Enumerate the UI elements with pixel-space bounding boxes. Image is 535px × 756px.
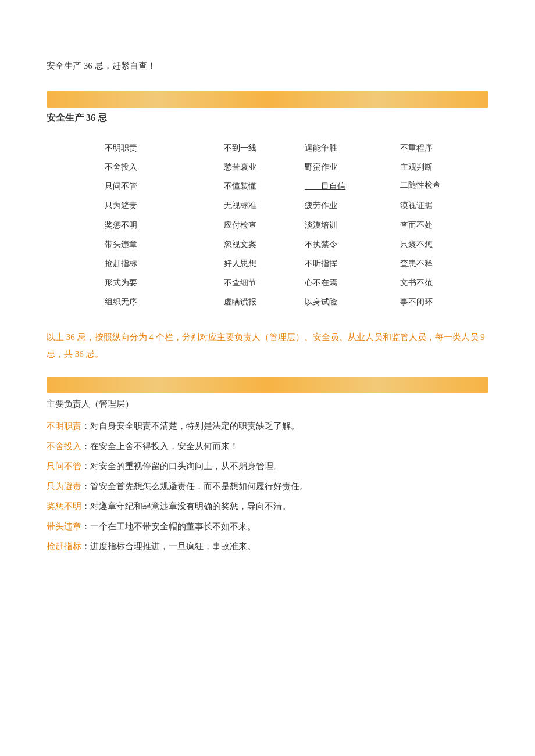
grid-cell-4-2: 淡漠培训: [298, 216, 393, 235]
grid-cell-5-0: 带头违章: [47, 235, 217, 254]
grid-cell-6-3: 查患不释: [393, 254, 488, 273]
item-key-1: 不舍投入: [47, 442, 81, 451]
item-line-1: 不舍投入：在安全上舍不得投入，安全从何而来！: [47, 438, 488, 455]
item-key-2: 只问不管: [47, 461, 81, 471]
summary-text: 以上 36 忌，按照纵向分为 4 个栏，分别对应主要负责人（管理层）、安全员、从…: [47, 329, 488, 362]
grid-cell-4-0: 奖惩不明: [47, 216, 217, 235]
item-line-2: 只问不管：对安全的重视停留的口头询问上，从不躬身管理。: [47, 458, 488, 475]
grid-cell-0-0: 不明职责: [47, 138, 217, 157]
item-desc-6: ：进度指标合理推进，一旦疯狂，事故准来。: [81, 542, 256, 551]
grid-cell-4-3: 查而不处: [393, 216, 488, 235]
grid-cell-3-2: 疲劳作业: [298, 196, 393, 215]
grid-cell-8-3: 事不闭环: [393, 292, 488, 311]
grid-cell-8-2: 以身试险: [298, 292, 393, 311]
grid-cell-1-2: 野蛮作业: [298, 157, 393, 177]
grid-cell-1-3: 主观判断: [393, 157, 488, 177]
items-container: 不明职责：对自身安全职责不清楚，特别是法定的职责缺乏了解。不舍投入：在安全上舍不…: [47, 418, 488, 555]
grid-cell-6-1: 好人思想: [217, 254, 298, 273]
grid-cell-2-1: 不懂装懂: [217, 177, 298, 196]
item-line-0: 不明职责：对自身安全职责不清楚，特别是法定的职责缺乏了解。: [47, 418, 488, 435]
grid-cell-4-1: 应付检查: [217, 216, 298, 235]
banner-1: [47, 91, 488, 108]
grid-cell-5-3: 只褒不惩: [393, 235, 488, 254]
grid-cell-0-3: 不重程序: [393, 138, 488, 157]
item-key-3: 只为避责: [47, 482, 81, 491]
banner-2: [47, 377, 488, 393]
item-desc-5: ：一个在工地不带安全帽的董事长不如不来。: [81, 522, 256, 531]
item-desc-2: ：对安全的重视停留的口头询问上，从不躬身管理。: [81, 461, 282, 471]
grid-cell-3-0: 只为避责: [47, 196, 217, 215]
item-line-6: 抢赶指标：进度指标合理推进，一旦疯狂，事故准来。: [47, 538, 488, 555]
grid-cell-6-2: 不听指挥: [298, 254, 393, 273]
item-line-5: 带头违章：一个在工地不带安全帽的董事长不如不来。: [47, 518, 488, 535]
item-key-6: 抢赶指标: [47, 542, 81, 551]
grid-cell-2-0: 只问不管: [47, 177, 217, 196]
item-line-3: 只为避责：管安全首先想怎么规避责任，而不是想如何履行好责任。: [47, 478, 488, 495]
item-key-5: 带头违章: [47, 522, 81, 531]
grid-cell-6-0: 抢赶指标: [47, 254, 217, 273]
grid-cell-8-1: 虚瞒谎报: [217, 292, 298, 311]
grid-cell-7-2: 心不在焉: [298, 273, 393, 292]
page-header: 安全生产 36 忌，赶紧自查！: [47, 58, 488, 74]
grid-cell-0-2: 逞能争胜: [298, 138, 393, 157]
grid-cell-7-1: 不查细节: [217, 273, 298, 292]
grid-cell-3-1: 无视标准: [217, 196, 298, 215]
grid-cell-1-1: 愁苦衰业: [217, 157, 298, 177]
grid-cell-7-0: 形式为要: [47, 273, 217, 292]
banner-1-title: 安全生产 36 忌: [47, 110, 488, 127]
grid-cell-3-3: 漠视证据: [393, 196, 488, 215]
grid-table: 不明职责不到一线逞能争胜不重程序不舍投入愁苦衰业野蛮作业主观判断只问不管不懂装懂…: [47, 138, 488, 312]
grid-cell-8-0: 组织无序: [47, 292, 217, 311]
grid-cell-1-0: 不舍投入: [47, 157, 217, 177]
item-key-0: 不明职责: [47, 421, 81, 431]
item-desc-4: ：对遵章守纪和肆意违章没有明确的奖惩，导向不清。: [81, 501, 291, 511]
grid-cell-2-2: 目自信: [298, 177, 393, 196]
grid-cell-0-1: 不到一线: [217, 138, 298, 157]
grid-cell-7-3: 文书不范: [393, 273, 488, 292]
grid-cell-2-3: 二随性检查: [393, 177, 488, 196]
item-desc-1: ：在安全上舍不得投入，安全从何而来！: [81, 442, 238, 451]
grid-cell-5-2: 不执禁令: [298, 235, 393, 254]
item-key-4: 奖惩不明: [47, 501, 81, 511]
item-line-4: 奖惩不明：对遵章守纪和肆意违章没有明确的奖惩，导向不清。: [47, 498, 488, 515]
item-desc-0: ：对自身安全职责不清楚，特别是法定的职责缺乏了解。: [81, 421, 299, 431]
grid-cell-5-1: 忽视文案: [217, 235, 298, 254]
section-title: 主要负责人（管理层）: [47, 396, 488, 412]
item-desc-3: ：管安全首先想怎么规避责任，而不是想如何履行好责任。: [81, 482, 308, 491]
